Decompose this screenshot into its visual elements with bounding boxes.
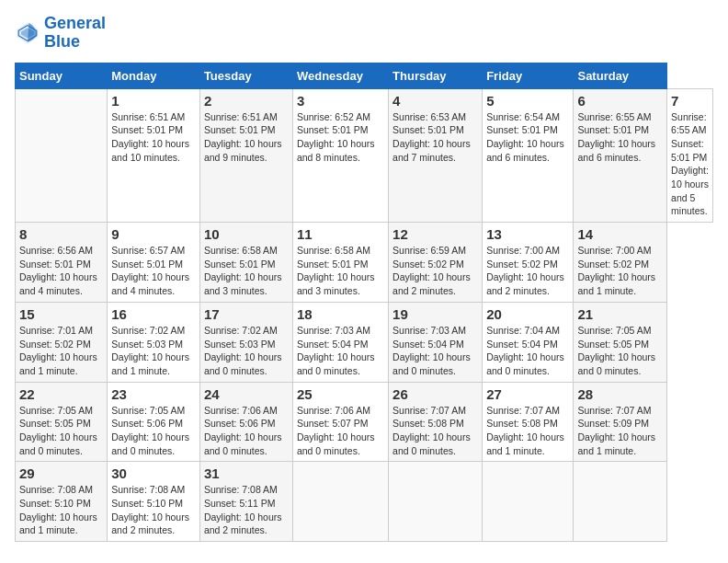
day-number: 17 xyxy=(204,306,289,322)
calendar-header-row: SundayMondayTuesdayWednesdayThursdayFrid… xyxy=(16,63,713,88)
day-info: Sunrise: 6:51 AM Sunset: 5:01 PM Dayligh… xyxy=(111,110,196,165)
day-info: Sunrise: 6:53 AM Sunset: 5:01 PM Dayligh… xyxy=(392,110,478,165)
day-cell-24: 24Sunrise: 7:06 AM Sunset: 5:06 PM Dayli… xyxy=(199,382,292,462)
day-number: 2 xyxy=(204,93,289,109)
day-info: Sunrise: 6:58 AM Sunset: 5:01 PM Dayligh… xyxy=(297,244,384,298)
day-number: 11 xyxy=(297,226,384,242)
day-cell-17: 17Sunrise: 7:02 AM Sunset: 5:03 PM Dayli… xyxy=(199,302,292,382)
empty-cell xyxy=(292,462,388,542)
day-number: 7 xyxy=(671,93,709,109)
day-info: Sunrise: 7:06 AM Sunset: 5:07 PM Dayligh… xyxy=(297,404,384,458)
day-info: Sunrise: 6:54 AM Sunset: 5:01 PM Dayligh… xyxy=(486,110,569,165)
day-number: 28 xyxy=(577,386,663,402)
day-info: Sunrise: 7:02 AM Sunset: 5:03 PM Dayligh… xyxy=(204,324,289,378)
day-cell-22: 22Sunrise: 7:05 AM Sunset: 5:05 PM Dayli… xyxy=(16,382,108,462)
day-number: 25 xyxy=(297,386,384,402)
day-info: Sunrise: 7:00 AM Sunset: 5:02 PM Dayligh… xyxy=(577,244,663,298)
day-info: Sunrise: 6:51 AM Sunset: 5:01 PM Dayligh… xyxy=(204,110,289,165)
day-header-wednesday: Wednesday xyxy=(292,63,388,88)
week-row-4: 22Sunrise: 7:05 AM Sunset: 5:05 PM Dayli… xyxy=(16,382,713,462)
day-info: Sunrise: 7:05 AM Sunset: 5:05 PM Dayligh… xyxy=(19,404,103,458)
day-cell-30: 30Sunrise: 7:08 AM Sunset: 5:10 PM Dayli… xyxy=(108,462,200,542)
day-info: Sunrise: 6:57 AM Sunset: 5:01 PM Dayligh… xyxy=(111,244,196,298)
day-cell-20: 20Sunrise: 7:04 AM Sunset: 5:04 PM Dayli… xyxy=(483,302,574,382)
day-info: Sunrise: 7:03 AM Sunset: 5:04 PM Dayligh… xyxy=(392,324,478,378)
day-cell-13: 13Sunrise: 7:00 AM Sunset: 5:02 PM Dayli… xyxy=(483,223,574,303)
day-info: Sunrise: 6:55 AM Sunset: 5:01 PM Dayligh… xyxy=(577,110,663,165)
day-number: 4 xyxy=(392,93,478,109)
week-row-1: 1Sunrise: 6:51 AM Sunset: 5:01 PM Daylig… xyxy=(16,88,713,223)
day-info: Sunrise: 6:52 AM Sunset: 5:01 PM Dayligh… xyxy=(297,110,384,165)
day-cell-11: 11Sunrise: 6:58 AM Sunset: 5:01 PM Dayli… xyxy=(292,223,388,303)
day-number: 14 xyxy=(577,226,663,242)
day-cell-31: 31Sunrise: 7:08 AM Sunset: 5:11 PM Dayli… xyxy=(199,462,292,542)
day-cell-12: 12Sunrise: 6:59 AM Sunset: 5:02 PM Dayli… xyxy=(389,223,483,303)
day-number: 19 xyxy=(392,306,478,322)
day-info: Sunrise: 7:05 AM Sunset: 5:06 PM Dayligh… xyxy=(111,404,196,458)
day-number: 13 xyxy=(486,226,569,242)
day-info: Sunrise: 7:06 AM Sunset: 5:06 PM Dayligh… xyxy=(204,404,289,458)
day-number: 16 xyxy=(111,306,196,322)
empty-cell xyxy=(389,462,483,542)
day-cell-18: 18Sunrise: 7:03 AM Sunset: 5:04 PM Dayli… xyxy=(292,302,388,382)
day-info: Sunrise: 7:00 AM Sunset: 5:02 PM Dayligh… xyxy=(486,244,569,298)
day-number: 15 xyxy=(19,306,103,322)
day-info: Sunrise: 6:59 AM Sunset: 5:02 PM Dayligh… xyxy=(392,244,478,298)
day-info: Sunrise: 6:58 AM Sunset: 5:01 PM Dayligh… xyxy=(204,244,289,298)
day-cell-4: 4Sunrise: 6:53 AM Sunset: 5:01 PM Daylig… xyxy=(389,88,483,223)
day-info: Sunrise: 6:56 AM Sunset: 5:01 PM Dayligh… xyxy=(19,244,103,298)
day-number: 10 xyxy=(204,226,289,242)
logo: General Blue xyxy=(15,15,106,52)
page-header: General Blue xyxy=(15,15,713,52)
day-cell-21: 21Sunrise: 7:05 AM Sunset: 5:05 PM Dayli… xyxy=(574,302,667,382)
day-info: Sunrise: 7:01 AM Sunset: 5:02 PM Dayligh… xyxy=(19,324,103,378)
day-cell-3: 3Sunrise: 6:52 AM Sunset: 5:01 PM Daylig… xyxy=(292,88,388,223)
calendar-table: SundayMondayTuesdayWednesdayThursdayFrid… xyxy=(15,63,713,543)
logo-icon xyxy=(15,20,40,46)
day-info: Sunrise: 7:08 AM Sunset: 5:10 PM Dayligh… xyxy=(19,483,103,537)
day-header-sunday: Sunday xyxy=(16,63,108,88)
day-info: Sunrise: 7:08 AM Sunset: 5:10 PM Dayligh… xyxy=(111,483,196,537)
day-number: 5 xyxy=(486,93,569,109)
day-number: 30 xyxy=(111,465,196,481)
logo-text: General Blue xyxy=(44,15,106,52)
day-number: 8 xyxy=(19,226,103,242)
day-info: Sunrise: 6:55 AM Sunset: 5:01 PM Dayligh… xyxy=(671,110,709,219)
day-cell-1: 1Sunrise: 6:51 AM Sunset: 5:01 PM Daylig… xyxy=(108,88,200,223)
empty-cell xyxy=(483,462,574,542)
day-cell-7: 7Sunrise: 6:55 AM Sunset: 5:01 PM Daylig… xyxy=(667,88,713,223)
day-number: 20 xyxy=(486,306,569,322)
week-row-3: 15Sunrise: 7:01 AM Sunset: 5:02 PM Dayli… xyxy=(16,302,713,382)
day-number: 18 xyxy=(297,306,384,322)
day-info: Sunrise: 7:07 AM Sunset: 5:08 PM Dayligh… xyxy=(392,404,478,458)
day-number: 1 xyxy=(111,93,196,109)
day-header-monday: Monday xyxy=(108,63,200,88)
day-cell-29: 29Sunrise: 7:08 AM Sunset: 5:10 PM Dayli… xyxy=(16,462,108,542)
day-number: 24 xyxy=(204,386,289,402)
day-number: 6 xyxy=(577,93,663,109)
day-info: Sunrise: 7:07 AM Sunset: 5:09 PM Dayligh… xyxy=(577,404,663,458)
day-header-tuesday: Tuesday xyxy=(199,63,292,88)
day-number: 29 xyxy=(19,465,103,481)
day-cell-26: 26Sunrise: 7:07 AM Sunset: 5:08 PM Dayli… xyxy=(389,382,483,462)
day-header-thursday: Thursday xyxy=(389,63,483,88)
day-header-friday: Friday xyxy=(483,63,574,88)
day-cell-19: 19Sunrise: 7:03 AM Sunset: 5:04 PM Dayli… xyxy=(389,302,483,382)
empty-cell xyxy=(574,462,667,542)
day-info: Sunrise: 7:05 AM Sunset: 5:05 PM Dayligh… xyxy=(577,324,663,378)
day-info: Sunrise: 7:03 AM Sunset: 5:04 PM Dayligh… xyxy=(297,324,384,378)
day-number: 31 xyxy=(204,465,289,481)
day-number: 3 xyxy=(297,93,384,109)
day-cell-10: 10Sunrise: 6:58 AM Sunset: 5:01 PM Dayli… xyxy=(199,223,292,303)
day-cell-28: 28Sunrise: 7:07 AM Sunset: 5:09 PM Dayli… xyxy=(574,382,667,462)
day-cell-16: 16Sunrise: 7:02 AM Sunset: 5:03 PM Dayli… xyxy=(108,302,200,382)
day-cell-6: 6Sunrise: 6:55 AM Sunset: 5:01 PM Daylig… xyxy=(574,88,667,223)
week-row-5: 29Sunrise: 7:08 AM Sunset: 5:10 PM Dayli… xyxy=(16,462,713,542)
day-number: 12 xyxy=(392,226,478,242)
day-number: 26 xyxy=(392,386,478,402)
day-info: Sunrise: 7:08 AM Sunset: 5:11 PM Dayligh… xyxy=(204,483,289,537)
day-number: 22 xyxy=(19,386,103,402)
day-cell-25: 25Sunrise: 7:06 AM Sunset: 5:07 PM Dayli… xyxy=(292,382,388,462)
day-cell-15: 15Sunrise: 7:01 AM Sunset: 5:02 PM Dayli… xyxy=(16,302,108,382)
day-cell-14: 14Sunrise: 7:00 AM Sunset: 5:02 PM Dayli… xyxy=(574,223,667,303)
